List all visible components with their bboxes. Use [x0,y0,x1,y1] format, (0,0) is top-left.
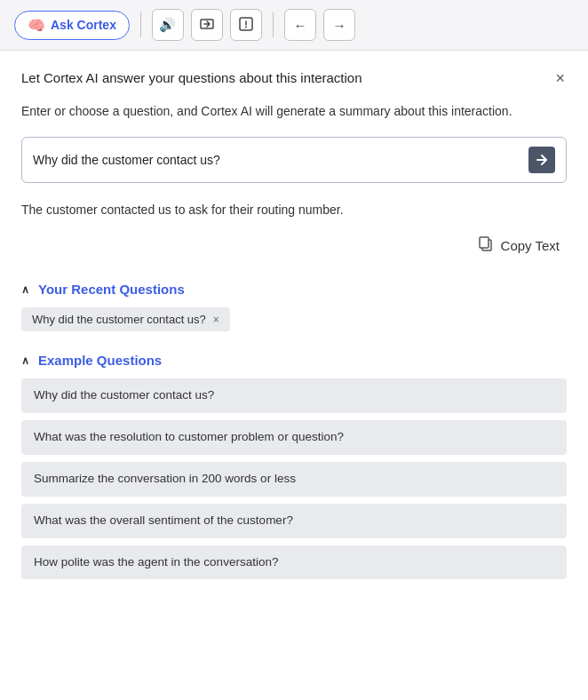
search-container [21,137,567,183]
alert-icon [239,17,253,34]
ask-cortex-label: Ask Cortex [51,18,116,32]
example-questions-list: Why did the customer contact us? What wa… [21,378,567,579]
forward-button[interactable]: → [323,9,355,41]
speaker-button[interactable]: 🔊 [152,9,184,41]
example-chevron-icon: ∧ [21,354,29,367]
toolbar-divider [140,12,141,37]
example-question-4[interactable]: How polite was the agent in the conversa… [21,545,567,580]
copy-text-container: Copy Text [21,230,567,260]
copy-icon [478,235,494,255]
description-text: Enter or choose a question, and Cortex A… [21,102,567,121]
recent-questions-list: Why did the customer contact us? × [21,307,567,331]
answer-text: The customer contacted us to ask for the… [21,201,567,219]
recent-question-tag[interactable]: Why did the customer contact us? × [21,307,230,331]
recent-chevron-icon: ∧ [21,283,29,296]
back-icon: ← [293,18,306,33]
back-button[interactable]: ← [284,9,316,41]
example-question-1[interactable]: What was the resolution to customer prob… [21,420,567,455]
recent-questions-title: Your Recent Questions [38,282,185,297]
example-question-2[interactable]: Summarize the conversation in 200 words … [21,462,567,497]
copy-text-label: Copy Text [501,238,560,253]
main-content: Let Cortex AI answer your questions abou… [0,51,588,700]
panel-header: Let Cortex AI answer your questions abou… [21,68,567,88]
close-button[interactable]: × [553,68,567,88]
alert-button[interactable] [230,9,262,41]
svg-rect-3 [480,237,489,248]
panel-title: Let Cortex AI answer your questions abou… [21,68,553,87]
send-button[interactable] [528,147,555,173]
example-question-3[interactable]: What was the overall sentiment of the cu… [21,504,567,538]
speaker-icon: 🔊 [159,17,176,33]
brain-icon: 🧠 [28,17,45,34]
example-question-0[interactable]: Why did the customer contact us? [21,378,567,413]
recent-question-text: Why did the customer contact us? [32,313,206,326]
example-questions-header[interactable]: ∧ Example Questions [21,353,567,368]
export-icon [200,17,214,34]
ask-cortex-button[interactable]: 🧠 Ask Cortex [14,11,130,40]
toolbar: 🧠 Ask Cortex 🔊 ← [0,0,588,51]
recent-questions-header[interactable]: ∧ Your Recent Questions [21,282,567,297]
forward-icon: → [332,18,346,33]
export-button[interactable] [191,9,223,41]
toolbar-divider-2 [273,12,274,37]
tag-close-icon[interactable]: × [213,314,219,326]
search-input[interactable] [33,153,528,167]
copy-text-button[interactable]: Copy Text [471,230,567,260]
example-questions-title: Example Questions [38,353,162,368]
